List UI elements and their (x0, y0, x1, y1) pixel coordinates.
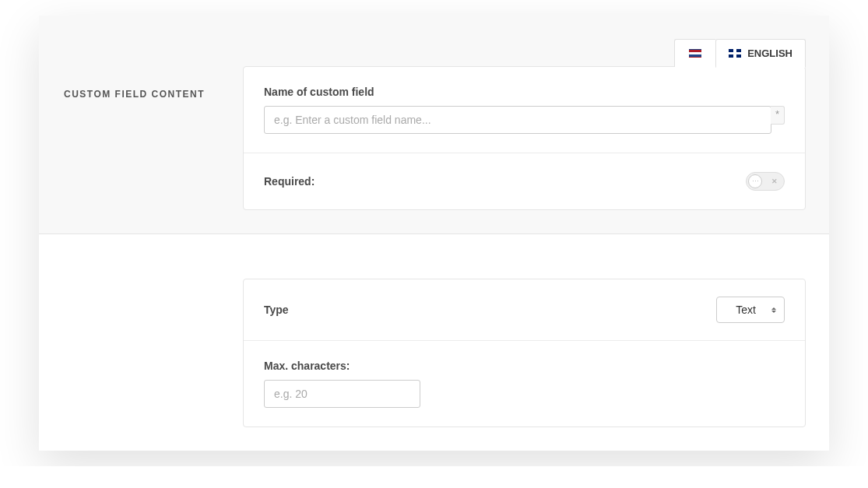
type-label: Type (264, 304, 289, 316)
type-select-value: Text (736, 304, 756, 316)
sidebar-label: CUSTOM FIELD CONTENT (39, 67, 243, 100)
required-toggle[interactable]: ✕ (746, 172, 785, 191)
required-section: Required: ✕ (244, 153, 805, 209)
lang-tab-nl[interactable] (674, 39, 715, 67)
required-label: Required: (264, 175, 315, 188)
content-row-top: CUSTOM FIELD CONTENT Name of custom fiel… (39, 67, 829, 233)
name-input[interactable] (264, 106, 771, 134)
flag-gb-icon (729, 49, 741, 58)
content-card: Name of custom field * Required: ✕ (243, 66, 806, 210)
maxchars-label: Max. characters: (264, 360, 785, 372)
name-input-wrapper: * (264, 106, 785, 134)
language-tabs: ENGLISH (39, 39, 829, 67)
toggle-knob-icon (748, 174, 762, 188)
select-caret-icon (771, 307, 776, 313)
top-section: ENGLISH CUSTOM FIELD CONTENT Name of cus… (39, 16, 829, 234)
bottom-section: Type Text Max. characters: (39, 234, 829, 451)
content-row-bottom: Type Text Max. characters: (39, 279, 806, 427)
type-select[interactable]: Text (716, 297, 785, 323)
required-marker-icon: * (771, 106, 785, 125)
name-label: Name of custom field (264, 86, 785, 98)
name-section: Name of custom field * (244, 67, 805, 153)
maxchars-section: Max. characters: (244, 341, 805, 427)
settings-panel: ENGLISH CUSTOM FIELD CONTENT Name of cus… (39, 16, 829, 451)
type-card: Type Text Max. characters: (243, 279, 806, 427)
type-select-wrapper: Text (716, 297, 785, 323)
lang-tab-en[interactable]: ENGLISH (715, 39, 806, 68)
flag-nl-icon (689, 49, 701, 58)
type-row: Type Text (244, 279, 805, 341)
maxchars-input[interactable] (264, 380, 420, 408)
toggle-off-icon: ✕ (771, 177, 778, 185)
sidebar-spacer (39, 279, 243, 301)
lang-tab-en-label: ENGLISH (747, 47, 792, 59)
section-title: CUSTOM FIELD CONTENT (39, 89, 243, 100)
required-row: Required: ✕ (264, 172, 785, 191)
